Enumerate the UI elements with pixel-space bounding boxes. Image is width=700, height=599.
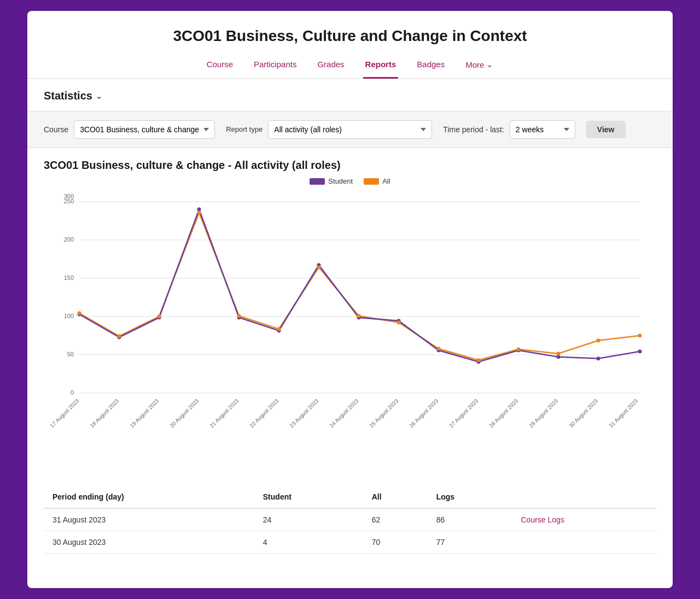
report-type-filter-group: Report type All activity (all roles) [226,120,432,139]
all-line [79,213,640,360]
tab-reports[interactable]: Reports [363,54,399,79]
svg-text:17 August 2023: 17 August 2023 [49,397,80,428]
svg-text:26 August 2023: 26 August 2023 [408,397,439,428]
dot-student-13 [597,357,600,361]
filter-bar: Course 3CO01 Business, culture & change … [27,111,673,148]
svg-text:20 August 2023: 20 August 2023 [168,397,200,428]
svg-text:150: 150 [64,274,74,281]
svg-text:19 August 2023: 19 August 2023 [129,397,160,428]
tab-grades[interactable]: Grades [315,54,346,79]
dot-all-4 [237,314,241,318]
time-period-select[interactable]: 2 weeks [510,120,575,139]
cell-logs-1: 77 [428,531,512,554]
col-header-period: Period ending (day) [44,486,254,508]
legend-all: All [364,177,390,185]
table-row: 31 August 2023 24 62 86 Course Logs [44,508,656,531]
svg-text:27 August 2023: 27 August 2023 [448,397,479,428]
svg-text:300: 300 [64,193,74,199]
chart-title: 3CO01 Business, culture & change - All a… [44,159,656,172]
svg-text:25 August 2023: 25 August 2023 [368,397,399,428]
data-table: Period ending (day) Student All Logs 31 … [44,486,656,554]
nav-tabs: Course Participants Grades Reports Badge… [27,54,673,79]
dot-student-12 [557,355,561,359]
time-period-filter-group: Time period - last: 2 weeks [443,120,575,139]
student-line [79,209,640,362]
legend-student-label: Student [328,177,353,185]
cell-student-1: 4 [254,531,363,554]
dot-student-3 [197,208,201,212]
tab-participants[interactable]: Participants [252,54,299,79]
svg-text:31 August 2023: 31 August 2023 [608,397,639,428]
table-row: 30 August 2023 4 70 77 [44,531,656,554]
dot-all-14 [638,334,642,338]
dot-all-9 [437,347,441,351]
dot-all-12 [557,352,561,356]
svg-text:22 August 2023: 22 August 2023 [248,397,279,428]
chevron-down-icon: ⌄ [486,60,493,69]
cell-link-0[interactable]: Course Logs [512,508,657,531]
svg-text:200: 200 [64,236,74,243]
table-header-row: Period ending (day) Student All Logs [44,486,656,508]
svg-text:28 August 2023: 28 August 2023 [488,397,519,428]
dot-student-14 [638,350,642,354]
course-select[interactable]: 3CO01 Business, culture & change [74,120,215,139]
svg-text:29 August 2023: 29 August 2023 [528,397,559,428]
svg-text:100: 100 [64,313,74,319]
cell-period-0: 31 August 2023 [44,508,254,531]
svg-text:21 August 2023: 21 August 2023 [208,397,240,428]
cell-logs-0: 86 [428,508,512,531]
chart-canvas-container: .chart-grid { stroke: #e0e0e0; stroke-wi… [44,191,656,475]
svg-text:18 August 2023: 18 August 2023 [89,397,120,428]
dot-all-0 [78,312,81,315]
dot-all-2 [158,315,161,319]
dot-all-8 [397,321,401,325]
cell-link-1 [512,531,657,554]
time-period-label: Time period - last: [443,125,504,134]
dot-all-6 [317,266,321,269]
svg-text:0: 0 [71,389,74,396]
col-header-all: All [363,486,428,508]
svg-text:23 August 2023: 23 August 2023 [288,397,319,428]
cell-period-1: 30 August 2023 [44,531,254,554]
col-header-logs: Logs [428,486,512,508]
dot-all-10 [477,359,481,362]
legend-student: Student [310,177,353,185]
dot-all-13 [597,339,600,343]
course-label: Course [44,125,68,134]
section-dropdown-icon[interactable]: ⌄ [96,92,102,101]
legend-all-label: All [382,177,390,185]
col-header-link [512,486,657,508]
main-card: 3CO01 Business, Culture and Change in Co… [27,11,673,588]
dot-all-5 [277,327,281,331]
statistics-title: Statistics [44,90,92,102]
tab-course[interactable]: Course [205,54,235,79]
legend-all-color [364,178,379,185]
dot-all-3 [197,211,201,215]
chart-legend: Student All [44,177,656,185]
activity-chart: .chart-grid { stroke: #e0e0e0; stroke-wi… [44,191,656,453]
cell-student-0: 24 [254,508,363,531]
section-header: Statistics ⌄ [27,79,673,111]
tab-more[interactable]: More ⌄ [463,54,495,79]
course-filter-group: Course 3CO01 Business, culture & change [44,120,215,139]
dot-all-7 [357,314,361,318]
cell-all-1: 70 [363,531,428,554]
svg-text:30 August 2023: 30 August 2023 [568,397,599,428]
page-title: 3CO01 Business, Culture and Change in Co… [27,11,673,54]
dot-all-1 [118,334,121,338]
chart-section: 3CO01 Business, culture & change - All a… [27,148,673,486]
col-header-student: Student [254,486,363,508]
cell-all-0: 62 [363,508,428,531]
svg-text:50: 50 [67,351,74,357]
dot-all-11 [517,348,521,351]
view-button[interactable]: View [586,121,626,138]
report-type-label: Report type [226,125,262,134]
report-type-select[interactable]: All activity (all roles) [268,120,432,139]
tab-badges[interactable]: Badges [415,54,447,79]
legend-student-color [310,178,325,185]
svg-text:24 August 2023: 24 August 2023 [328,397,359,428]
